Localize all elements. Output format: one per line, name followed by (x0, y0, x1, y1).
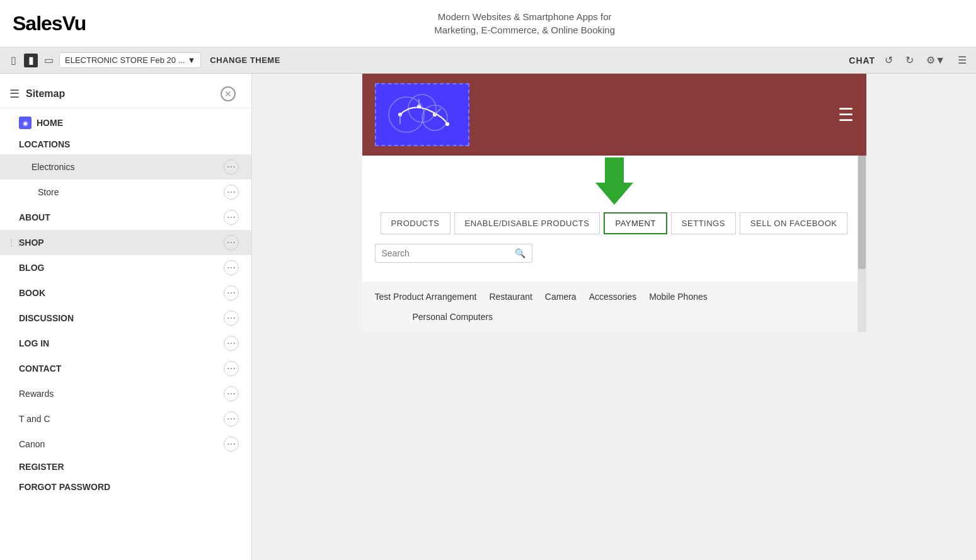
sidebar-item-contact-label: CONTACT (19, 363, 224, 374)
site-logo-box (375, 83, 469, 146)
book-options-button[interactable]: ⋯ (224, 285, 239, 300)
sidebar-item-locations-label: LOCATIONS (19, 139, 239, 149)
sidebar-item-rewards[interactable]: Rewards ⋯ (0, 381, 251, 406)
refresh-button[interactable]: ↻ (902, 53, 917, 67)
main-layout: ☰ Sitemap ✕ ◉ HOME LOCATIONS Electronics… (0, 74, 976, 560)
sidebar-item-blog-label: BLOG (19, 263, 224, 273)
sidebar-item-contact[interactable]: CONTACT ⋯ (0, 356, 251, 381)
sidebar: ☰ Sitemap ✕ ◉ HOME LOCATIONS Electronics… (0, 74, 252, 560)
canon-options-button[interactable]: ⋯ (224, 437, 239, 452)
sidebar-item-home[interactable]: ◉ HOME (0, 111, 251, 134)
blog-options-button[interactable]: ⋯ (224, 260, 239, 275)
sidebar-item-blog[interactable]: BLOG ⋯ (0, 255, 251, 280)
hamburger-icon[interactable]: ☰ (9, 87, 20, 101)
category-camera[interactable]: Camera (545, 289, 577, 304)
toolbar-right: CHAT ↺ ↻ ⚙▼ ☰ (849, 53, 970, 67)
menu-button[interactable]: ☰ (955, 53, 970, 67)
sidebar-item-shop-label: SHOP (19, 237, 224, 248)
electronics-options-button[interactable]: ⋯ (224, 159, 239, 174)
shop-tabs-area: PRODUCTS ENABLE/DISABLE PRODUCTS PAYMENT… (362, 206, 866, 275)
discussion-options-button[interactable]: ⋯ (224, 311, 239, 326)
sidebar-item-canon-label: Canon (19, 439, 224, 449)
sidebar-item-about[interactable]: ABOUT ⋯ (0, 205, 251, 230)
tab-products[interactable]: PRODUCTS (381, 212, 451, 234)
arrow-shaft (605, 157, 624, 183)
scrollbar-thumb[interactable] (858, 156, 866, 269)
tagline: Modern Websites & Smartphone Apps for Ma… (111, 10, 938, 37)
sidebar-item-register[interactable]: REGISTER (0, 457, 251, 477)
category-test-product[interactable]: Test Product Arrangement (375, 289, 477, 304)
shop-tabs: PRODUCTS ENABLE/DISABLE PRODUCTS PAYMENT… (375, 212, 854, 234)
search-input[interactable] (382, 248, 515, 258)
search-box: 🔍 (375, 244, 532, 263)
sidebar-item-book[interactable]: BOOK ⋯ (0, 280, 251, 306)
sidebar-item-login[interactable]: LOG IN ⋯ (0, 331, 251, 356)
sidebar-item-shop[interactable]: ⋮⋮ SHOP ⋯ (0, 230, 251, 255)
login-options-button[interactable]: ⋯ (224, 336, 239, 351)
sidebar-item-discussion[interactable]: DISCUSSION ⋯ (0, 306, 251, 331)
category-tabs: Test Product Arrangement Restaurant Came… (362, 282, 866, 332)
undo-button[interactable]: ↺ (881, 53, 896, 67)
sidebar-item-electronics[interactable]: Electronics ⋯ (0, 154, 251, 180)
green-arrow (595, 157, 633, 205)
arrow-head (595, 183, 633, 205)
sidebar-item-home-label: HOME (37, 118, 239, 128)
about-options-button[interactable]: ⋯ (224, 210, 239, 225)
home-salesvu-icon: ◉ (19, 117, 32, 129)
site-logo: SalesVu (13, 12, 86, 35)
sidebar-item-electronics-label: Electronics (32, 162, 224, 172)
category-restaurant[interactable]: Restaurant (489, 289, 532, 304)
tablet-device-icon[interactable]: ▮ (24, 54, 38, 67)
site-spacer: PRODUCTS ENABLE/DISABLE PRODUCTS PAYMENT… (362, 156, 866, 282)
tab-payment[interactable]: PAYMENT (604, 212, 667, 234)
change-theme-button[interactable]: CHANGE THEME (205, 53, 285, 67)
top-header: SalesVu Modern Websites & Smartphone App… (0, 0, 976, 47)
sidebar-item-discussion-label: DISCUSSION (19, 313, 224, 323)
tab-sell-facebook[interactable]: SELL ON FACEBOOK (740, 212, 848, 234)
sidebar-item-rewards-label: Rewards (19, 389, 224, 399)
dropdown-arrow-icon: ▼ (187, 55, 195, 65)
sidebar-item-canon[interactable]: Canon ⋯ (0, 431, 251, 457)
drag-handle-icon: ⋮⋮ (8, 238, 23, 247)
sidebar-item-login-label: LOG IN (19, 338, 224, 348)
category-personal-computers[interactable]: Personal Computers (413, 309, 493, 324)
category-row-1: Test Product Arrangement Restaurant Came… (375, 289, 854, 304)
shop-options-button[interactable]: ⋯ (224, 235, 239, 250)
sidebar-close-button[interactable]: ✕ (221, 86, 236, 101)
toolbar: ▯ ▮ ▭ ELECTRONIC STORE Feb 20 ... ▼ CHAN… (0, 47, 976, 74)
sidebar-item-register-label: REGISTER (19, 462, 239, 472)
tab-enable-disable[interactable]: ENABLE/DISABLE PRODUCTS (454, 212, 600, 234)
store-options-button[interactable]: ⋯ (224, 185, 239, 200)
category-row-2: Personal Computers (375, 309, 854, 324)
sidebar-item-tandc-label: T and C (19, 414, 224, 424)
rewards-options-button[interactable]: ⋯ (224, 386, 239, 401)
green-arrow-container (362, 156, 866, 206)
scrollbar-track[interactable] (858, 156, 866, 332)
sidebar-header: ☰ Sitemap ✕ (0, 80, 251, 108)
sidebar-item-book-label: BOOK (19, 288, 224, 298)
settings-button[interactable]: ⚙▼ (923, 53, 948, 67)
search-area: 🔍 (375, 244, 854, 263)
sidebar-item-store-label: Store (38, 187, 224, 197)
preview-menu-icon[interactable]: ☰ (838, 105, 854, 125)
category-accessories[interactable]: Accessories (589, 289, 636, 304)
logo-area: SalesVu (13, 12, 86, 35)
mobile-device-icon[interactable]: ▯ (6, 54, 20, 67)
svg-point-6 (445, 122, 449, 126)
sidebar-item-tandc[interactable]: T and C ⋯ (0, 406, 251, 431)
store-selector[interactable]: ELECTRONIC STORE Feb 20 ... ▼ (59, 52, 201, 68)
sidebar-item-forgot-password[interactable]: FORGOT PASSWORD (0, 477, 251, 497)
sidebar-item-store[interactable]: Store ⋯ (0, 180, 251, 205)
sidebar-item-forgot-password-label: FORGOT PASSWORD (19, 482, 239, 492)
chat-button[interactable]: CHAT (849, 55, 875, 66)
desktop-device-icon[interactable]: ▭ (42, 54, 55, 67)
contact-options-button[interactable]: ⋯ (224, 361, 239, 376)
sidebar-item-locations[interactable]: LOCATIONS (0, 134, 251, 154)
category-mobile-phones[interactable]: Mobile Phones (649, 289, 708, 304)
tandc-options-button[interactable]: ⋯ (224, 411, 239, 426)
sitemap-title: Sitemap (26, 88, 214, 100)
tab-settings[interactable]: SETTINGS (671, 212, 736, 234)
preview-area: ☰ PRODUCTS ENABLE/DISABLE PRODUCTS PAY (252, 74, 976, 560)
search-button[interactable]: 🔍 (515, 248, 525, 258)
store-name: ELECTRONIC STORE Feb 20 ... (65, 55, 185, 65)
